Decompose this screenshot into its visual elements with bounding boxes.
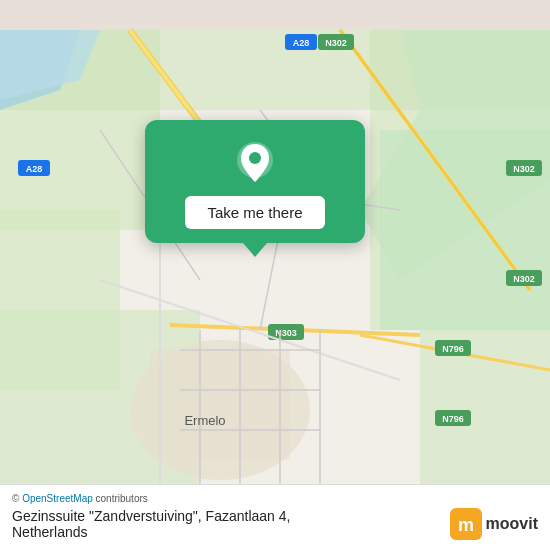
osm-attribution: © OpenStreetMap contributors: [12, 493, 538, 504]
svg-text:N302: N302: [513, 274, 535, 284]
location-pin-icon: [231, 138, 279, 186]
moovit-icon: m: [450, 508, 482, 540]
moovit-text: moovit: [486, 515, 538, 533]
osm-link[interactable]: OpenStreetMap: [22, 493, 93, 504]
bottom-bar: © OpenStreetMap contributors Gezinssuite…: [0, 484, 550, 550]
svg-text:A28: A28: [293, 38, 310, 48]
svg-text:Ermelo: Ermelo: [184, 413, 225, 428]
take-me-there-button[interactable]: Take me there: [185, 196, 324, 229]
svg-rect-12: [150, 350, 290, 460]
svg-text:N796: N796: [442, 344, 464, 354]
location-name: Gezinssuite "Zandverstuiving", Fazantlaa…: [12, 508, 450, 540]
svg-text:N302: N302: [325, 38, 347, 48]
location-row: Gezinssuite "Zandverstuiving", Fazantlaa…: [12, 508, 538, 540]
svg-text:N303: N303: [275, 328, 297, 338]
map-container: A28 A28 N302 N302 N302 N303 N796 N796: [0, 0, 550, 550]
svg-text:m: m: [458, 515, 474, 535]
map-background: A28 A28 N302 N302 N302 N303 N796 N796: [0, 0, 550, 550]
svg-text:A28: A28: [26, 164, 43, 174]
svg-point-51: [249, 152, 261, 164]
svg-text:N302: N302: [513, 164, 535, 174]
moovit-logo: m moovit: [450, 508, 538, 540]
svg-text:N796: N796: [442, 414, 464, 424]
map-popup: Take me there: [145, 120, 365, 243]
